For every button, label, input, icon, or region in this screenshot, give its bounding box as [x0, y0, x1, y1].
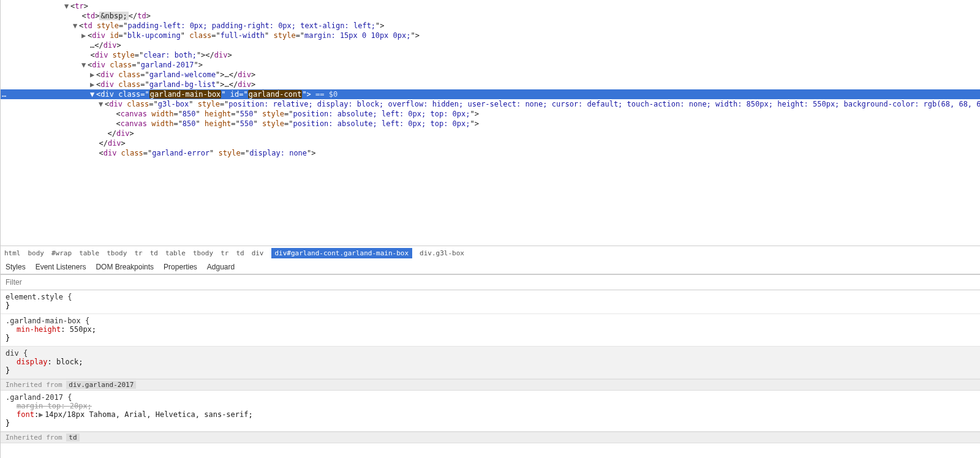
inherited-header: Inherited from div.garland-2017	[1, 379, 980, 391]
lower-panes: :hov .cls + element.style { } index.css?…	[1, 274, 980, 458]
crumb[interactable]: table	[79, 249, 99, 257]
crumb[interactable]: td	[150, 249, 158, 257]
crumb[interactable]: tbody	[107, 249, 127, 257]
rule-garland-main-box[interactable]: index.css?25:6 .garland-main-box { min-h…	[1, 314, 980, 347]
selected-dom-node[interactable]: …▼<div class="garland-main-box" id="garl…	[1, 89, 980, 99]
elements-tree[interactable]: ▼<tr> <td>&nbsp;</td> ▼<td style="paddin…	[1, 0, 980, 246]
crumb[interactable]: table	[165, 249, 186, 257]
subtab-styles[interactable]: Styles	[6, 263, 26, 274]
subtab-properties[interactable]: Properties	[164, 263, 197, 274]
crumb[interactable]: div.g3l-box	[420, 249, 464, 257]
crumb[interactable]: td	[236, 249, 244, 257]
styles-subtabs: Styles Event Listeners DOM Breakpoints P…	[1, 260, 980, 274]
devtools: ▼<tr> <td>&nbsp;</td> ▼<td style="paddin…	[0, 0, 980, 458]
dom-breadcrumb[interactable]: html body #wrap table tbody tr td table …	[1, 246, 980, 260]
rule-element-style[interactable]: element.style { }	[1, 290, 980, 314]
subtab-dom-breakpoints[interactable]: DOM Breakpoints	[96, 263, 154, 274]
crumb[interactable]: div	[252, 249, 264, 257]
styles-filter-row: :hov .cls +	[1, 275, 980, 290]
crumb[interactable]: tbody	[193, 249, 213, 257]
rule-div-ua[interactable]: user agent stylesheet div { display: blo…	[1, 347, 980, 379]
crumb[interactable]: #wrap	[51, 249, 72, 257]
styles-filter-input[interactable]	[6, 278, 980, 287]
subtab-adguard[interactable]: Adguard	[207, 263, 235, 274]
crumb[interactable]: body	[28, 249, 45, 257]
rules-list[interactable]: element.style { } index.css?25:6 .garlan…	[1, 290, 980, 458]
styles-pane: :hov .cls + element.style { } index.css?…	[1, 275, 980, 458]
crumb[interactable]: html	[4, 249, 21, 257]
subtab-event-listeners[interactable]: Event Listeners	[36, 263, 86, 274]
rule-garland-2017[interactable]: index.css?25:1 .garland-2017 { margin-to…	[1, 391, 980, 432]
crumb-active[interactable]: div#garland-cont.garland-main-box	[271, 248, 413, 258]
crumb[interactable]: tr	[134, 249, 142, 257]
inherited-header: Inherited from td	[1, 432, 980, 443]
crumb[interactable]: tr	[221, 249, 228, 257]
